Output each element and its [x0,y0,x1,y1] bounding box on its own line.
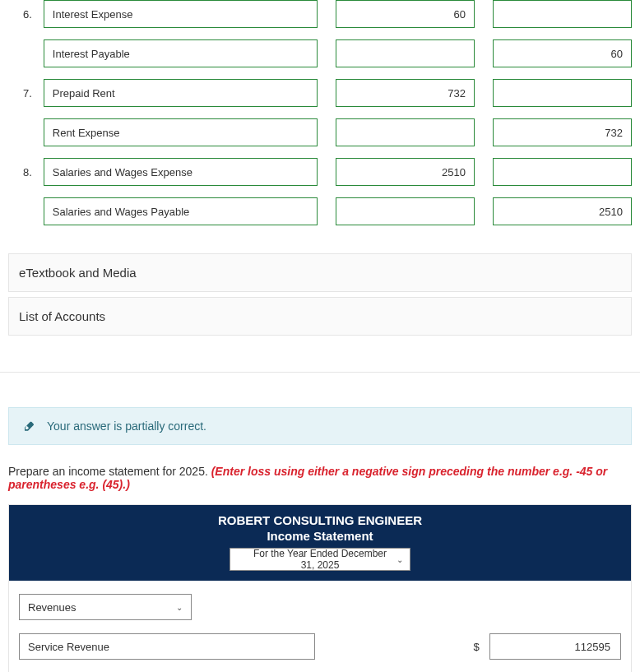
category-select-value: Revenues [28,601,77,614]
amount-value: 112595 [575,641,610,653]
instruction-plain: Prepare an income statement for 2025. [8,465,211,478]
eraser-icon [22,419,35,433]
line-item-value: Service Revenue [28,641,109,653]
credit-input[interactable]: 60 [493,39,632,67]
account-select[interactable]: Salaries and Wages Expense [44,158,318,186]
category-select-revenues[interactable]: Revenues ⌄ [19,594,192,620]
statement-body: Revenues ⌄ Service Revenue $ 112595 Expe… [9,581,631,672]
account-select[interactable]: Interest Expense [44,0,318,28]
credit-input[interactable] [493,0,632,28]
debit-input[interactable]: 60 [336,0,475,28]
feedback-text: Your answer is partially correct. [47,419,206,433]
account-select[interactable]: Rent Expense [44,118,318,146]
debit-input[interactable]: 732 [336,79,475,107]
list-of-accounts-bar[interactable]: List of Accounts [8,297,632,336]
feedback-banner: Your answer is partially correct. [8,407,632,445]
statement-header: ROBERT CONSULTING ENGINEER Income Statem… [9,505,631,581]
line-item-service-revenue[interactable]: Service Revenue [19,633,315,660]
income-statement-panel: ROBERT CONSULTING ENGINEER Income Statem… [8,504,632,672]
account-select[interactable]: Salaries and Wages Payable [44,197,318,225]
amount-input-service-revenue[interactable]: 112595 [489,633,621,660]
journal-row: Salaries and Wages Payable2510 [8,197,632,225]
debit-input[interactable] [336,118,475,146]
debit-input[interactable] [336,197,475,225]
dollar-sign: $ [468,641,485,653]
account-select[interactable]: Interest Payable [44,39,318,67]
journal-row: 8.Salaries and Wages Expense2510 [8,158,632,186]
credit-input[interactable] [493,79,632,107]
journal-row: Rent Expense732 [8,118,632,146]
debit-input[interactable]: 2510 [336,158,475,186]
period-select[interactable]: For the Year Ended December 31, 2025 ⌄ [230,548,410,571]
credit-input[interactable] [493,158,632,186]
entry-number: 6. [8,8,44,21]
journal-row: Interest Payable60 [8,39,632,67]
journal-entries-table: 6.Interest Expense60Interest Payable607.… [0,0,640,253]
instruction-text: Prepare an income statement for 2025. (E… [8,465,640,491]
chevron-down-icon: ⌄ [397,555,403,564]
journal-row: 6.Interest Expense60 [8,0,632,28]
chevron-down-icon: ⌄ [176,603,183,612]
divider [0,372,640,373]
period-select-value: For the Year Ended December 31, 2025 [247,548,393,571]
etextbook-and-media-bar[interactable]: eTextbook and Media [8,253,632,292]
account-select[interactable]: Prepaid Rent [44,79,318,107]
statement-title: Income Statement [9,529,631,543]
debit-input[interactable] [336,39,475,67]
credit-input[interactable]: 2510 [493,197,632,225]
credit-input[interactable]: 732 [493,118,632,146]
entry-number: 7. [8,87,44,100]
entry-number: 8. [8,166,44,178]
journal-row: 7.Prepaid Rent732 [8,79,632,107]
company-name: ROBERT CONSULTING ENGINEER [9,513,631,527]
